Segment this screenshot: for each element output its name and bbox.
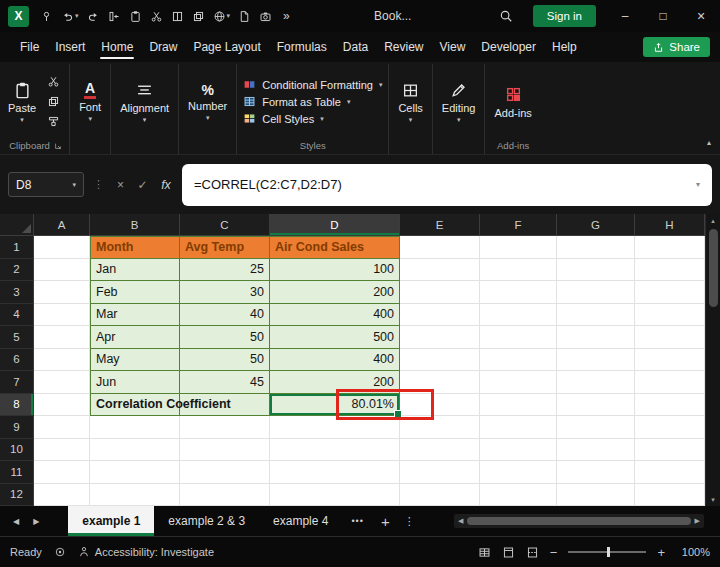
cell-E6[interactable] [400, 349, 480, 372]
insert-function-icon[interactable]: fx [157, 178, 175, 192]
cell-styles-button[interactable]: Cell Styles ▾ [243, 112, 382, 125]
normal-view-icon[interactable] [478, 546, 491, 559]
cell-A11[interactable] [34, 461, 90, 484]
cell-E5[interactable] [400, 326, 480, 349]
expand-formula-bar-icon[interactable]: ▾ [696, 180, 700, 189]
cell-G4[interactable] [557, 304, 635, 327]
cell-A9[interactable] [34, 416, 90, 439]
cell-F6[interactable] [480, 349, 557, 372]
excel-logo-icon[interactable]: X [8, 6, 29, 27]
cell-B12[interactable] [90, 484, 180, 507]
search-icon[interactable] [489, 0, 523, 32]
hscroll-right-icon[interactable]: ▶ [695, 517, 700, 525]
cell-D6[interactable]: 400 [270, 349, 400, 372]
row-header-2[interactable]: 2 [0, 259, 34, 282]
zoom-in-button[interactable]: + [657, 545, 665, 560]
cell-G3[interactable] [557, 281, 635, 304]
cell-H4[interactable] [635, 304, 705, 327]
cell-B6[interactable]: May [90, 349, 180, 372]
share-button[interactable]: Share [643, 37, 710, 57]
cell-B11[interactable] [90, 461, 180, 484]
cell-B7[interactable]: Jun [90, 371, 180, 394]
cell-B4[interactable]: Mar [90, 304, 180, 327]
editing-dropdown-button[interactable]: Editing ▾ [439, 80, 479, 123]
dock-window-icon[interactable] [104, 3, 125, 29]
column-header-D[interactable]: D [270, 214, 400, 236]
undo-caret-icon[interactable]: ▾ [75, 12, 79, 20]
column-header-H[interactable]: H [635, 214, 705, 236]
vertical-scrollbar[interactable]: ▴ ▾ [705, 214, 720, 506]
cell-B10[interactable] [90, 439, 180, 462]
cell-D2[interactable]: 100 [270, 259, 400, 282]
menu-item-home[interactable]: Home [93, 32, 141, 62]
camera-icon[interactable] [255, 3, 276, 29]
cell-A10[interactable] [34, 439, 90, 462]
cell-G12[interactable] [557, 484, 635, 507]
addins-button[interactable]: Add-ins [491, 85, 534, 119]
cell-F9[interactable] [480, 416, 557, 439]
cell-G5[interactable] [557, 326, 635, 349]
copy-button[interactable] [43, 94, 63, 109]
cell-H5[interactable] [635, 326, 705, 349]
vscroll-thumb[interactable] [709, 229, 718, 307]
cell-A4[interactable] [34, 304, 90, 327]
maximize-button[interactable]: □ [644, 0, 682, 32]
macro-record-icon[interactable] [54, 546, 66, 558]
menu-item-review[interactable]: Review [376, 32, 431, 62]
menu-item-file[interactable]: File [12, 32, 47, 62]
sign-in-button[interactable]: Sign in [533, 5, 596, 27]
row-header-12[interactable]: 12 [0, 484, 34, 507]
cell-C9[interactable] [180, 416, 270, 439]
number-dropdown-button[interactable]: % Number ▾ [185, 82, 230, 121]
qat-overflow-icon[interactable]: » [276, 9, 297, 23]
name-box[interactable]: D8 ▾ [8, 172, 84, 197]
cell-B3[interactable]: Feb [90, 281, 180, 304]
cell-F8[interactable] [480, 394, 557, 417]
cell-C10[interactable] [180, 439, 270, 462]
cell-B8[interactable]: Correlation Coefficient [90, 394, 180, 417]
row-header-11[interactable]: 11 [0, 461, 34, 484]
cell-C2[interactable]: 25 [180, 259, 270, 282]
paste-special-icon[interactable] [188, 3, 209, 29]
column-header-C[interactable]: C [180, 214, 270, 236]
new-sheet-button[interactable]: + [373, 513, 398, 530]
cell-C6[interactable]: 50 [180, 349, 270, 372]
font-dropdown-button[interactable]: A Font ▾ [76, 81, 104, 122]
column-header-B[interactable]: B [90, 214, 180, 236]
zoom-level[interactable]: 100% [676, 546, 710, 558]
alignment-dropdown-button[interactable]: Alignment ▾ [117, 80, 172, 123]
cell-B5[interactable]: Apr [90, 326, 180, 349]
cell-F10[interactable] [480, 439, 557, 462]
page-layout-view-icon[interactable] [502, 546, 515, 559]
row-header-4[interactable]: 4 [0, 304, 34, 327]
row-header-7[interactable]: 7 [0, 371, 34, 394]
cell-D11[interactable] [270, 461, 400, 484]
cell-A8[interactable] [34, 394, 90, 417]
cell-G11[interactable] [557, 461, 635, 484]
cells-dropdown-button[interactable]: Cells ▾ [395, 80, 425, 123]
globe-icon[interactable]: ▾ [209, 3, 235, 29]
row-header-10[interactable]: 10 [0, 439, 34, 462]
document-icon[interactable] [234, 3, 255, 29]
row-header-9[interactable]: 9 [0, 416, 34, 439]
sheet-nav-right-icon[interactable]: ▶ [26, 517, 46, 526]
cell-H2[interactable] [635, 259, 705, 282]
cancel-entry-icon[interactable]: × [113, 178, 128, 192]
cell-F4[interactable] [480, 304, 557, 327]
cell-G9[interactable] [557, 416, 635, 439]
column-header-G[interactable]: G [557, 214, 635, 236]
cell-G1[interactable] [557, 236, 635, 259]
cell-F5[interactable] [480, 326, 557, 349]
collapse-ribbon-icon[interactable]: ▴ [707, 138, 711, 147]
cell-B9[interactable] [90, 416, 180, 439]
clipboard-icon[interactable] [125, 3, 146, 29]
cell-E4[interactable] [400, 304, 480, 327]
scroll-down-icon[interactable]: ▾ [711, 493, 715, 506]
cell-D1[interactable]: Air Cond Sales [270, 236, 400, 259]
menu-item-view[interactable]: View [432, 32, 474, 62]
row-header-6[interactable]: 6 [0, 349, 34, 372]
zoom-slider-thumb[interactable] [607, 547, 610, 557]
close-button[interactable]: × [682, 0, 720, 32]
cell-A2[interactable] [34, 259, 90, 282]
page-break-view-icon[interactable] [526, 546, 539, 559]
